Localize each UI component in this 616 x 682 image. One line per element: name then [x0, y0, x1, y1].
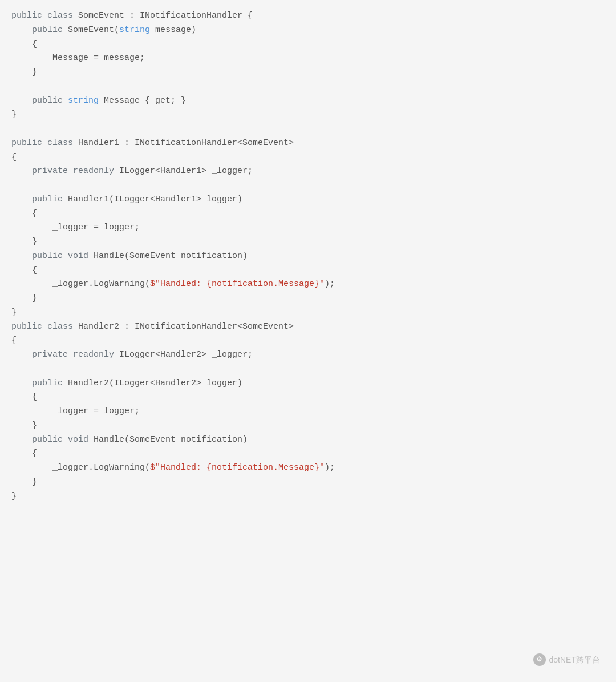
code-block: public class SomeEvent : INotificationHa…: [11, 9, 605, 503]
watermark: ⚙ dotNET跨平台: [533, 653, 600, 666]
code-container: public class SomeEvent : INotificationHa…: [0, 0, 616, 682]
watermark-icon: ⚙: [533, 653, 546, 666]
watermark-text: dotNET跨平台: [549, 653, 600, 666]
